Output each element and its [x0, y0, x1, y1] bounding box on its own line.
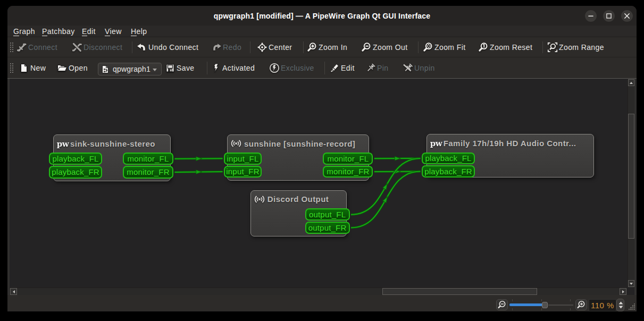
- new-button[interactable]: New: [19, 58, 46, 78]
- port-sink.playback_FL[interactable]: playback_FL: [49, 153, 102, 165]
- zoom-reset-button[interactable]: Zoom Reset: [479, 38, 532, 57]
- undo-connect-button[interactable]: Undo Connect: [137, 38, 198, 57]
- redo-icon: [212, 43, 221, 52]
- toolbar-grip-handle[interactable]: [10, 63, 14, 73]
- activated-button[interactable]: Activated: [211, 58, 255, 78]
- port-family.playback_FR[interactable]: playback_FR: [422, 165, 475, 178]
- menu-graph[interactable]: Graph: [13, 26, 35, 37]
- menu-help[interactable]: Help: [131, 26, 147, 37]
- vertical-scroll-thumb[interactable]: [628, 114, 634, 239]
- graph-canvas[interactable]: pwsink-sunshine-stereoplayback_FLplaybac…: [7, 78, 637, 295]
- patchbay-combobox[interactable]: qpwgraph1: [98, 63, 162, 75]
- port-family.playback_FL[interactable]: playback_FL: [422, 153, 475, 165]
- zoom-range-button[interactable]: Zoom Range: [548, 38, 604, 57]
- zoom-spin-buttons[interactable]: [616, 299, 624, 311]
- redo-button[interactable]: Redo: [212, 38, 241, 57]
- toolbar-grip-handle[interactable]: [10, 43, 14, 52]
- zoom-in-icon: [576, 300, 587, 310]
- toolbar-main: Connect Disconnect Undo Connect Redo Cen…: [7, 38, 637, 57]
- port-sunshine.input_FR[interactable]: input_FR: [224, 166, 262, 178]
- port-sunshine.input_FL[interactable]: input_FL: [224, 153, 262, 165]
- pin-button[interactable]: Pin: [366, 58, 388, 78]
- titlebar[interactable]: qpwgraph1 [modified] — A PipeWire Graph …: [7, 6, 637, 26]
- node-header: sunshine [sunshine-record]: [228, 135, 369, 152]
- connect-button[interactable]: Connect: [17, 38, 57, 57]
- toolbar-button-label: Disconnect: [83, 43, 122, 52]
- port-sink.playback_FR[interactable]: playback_FR: [49, 166, 102, 178]
- resize-grip[interactable]: [629, 303, 636, 311]
- node-title: sunshine [sunshine-record]: [244, 139, 355, 148]
- zoom-slider-handle[interactable]: [542, 302, 548, 308]
- new-file-icon: [19, 63, 28, 73]
- node-header: pwFamily 17h/19h HD Audio Contr...: [427, 134, 593, 151]
- cable-disconnect-icon: [72, 43, 81, 52]
- unpin-icon: [403, 63, 412, 73]
- menu-edit[interactable]: Edit: [82, 26, 96, 37]
- port-sink.monitor_FL[interactable]: monitor_FL: [123, 153, 173, 165]
- disconnect-button[interactable]: Disconnect: [72, 38, 122, 57]
- toolbar-button-label: Center: [269, 43, 292, 52]
- toolbar-button-label: Undo Connect: [148, 43, 198, 52]
- zoom-slider-filled: [509, 303, 542, 306]
- zoom-in-button[interactable]: Zoom In: [307, 38, 347, 57]
- toolbar-button-label: Unpin: [414, 64, 435, 72]
- horizontal-scroll-thumb[interactable]: [382, 288, 537, 295]
- open-button[interactable]: Open: [57, 58, 88, 78]
- zoom-fit-button[interactable]: Zoom Fit: [423, 38, 465, 57]
- zoom-slider[interactable]: [509, 299, 573, 310]
- close-button[interactable]: [621, 10, 633, 22]
- port-sunshine.monitor_FR[interactable]: monitor_FR: [323, 166, 373, 178]
- vertical-scrollbar[interactable]: [628, 79, 634, 288]
- edit-button[interactable]: Edit: [330, 58, 355, 78]
- slider-tick: [570, 308, 571, 310]
- scroll-right-button[interactable]: [620, 288, 626, 295]
- statusbar-zoom-in-button[interactable]: [575, 299, 587, 310]
- menu-patchbay[interactable]: Patchbay: [42, 26, 75, 37]
- statusbar-zoom-out-button[interactable]: [496, 299, 508, 310]
- open-folder-icon: [57, 63, 66, 73]
- port-discord.output_FL[interactable]: output_FL: [305, 208, 350, 221]
- slider-tick: [570, 299, 571, 301]
- toolbar-button-label: Zoom Reset: [490, 43, 532, 52]
- toolbar-button-label: Activated: [222, 64, 255, 72]
- center-button[interactable]: Center: [257, 38, 292, 57]
- zoom-spinbox[interactable]: 110 %: [589, 299, 616, 311]
- maximize-icon: [603, 10, 615, 22]
- maximize-button[interactable]: [603, 10, 615, 22]
- cable-connect-icon: [17, 43, 26, 52]
- node-title: sink-sunshine-stereo: [70, 139, 155, 148]
- port-discord.output_FR[interactable]: output_FR: [305, 222, 350, 234]
- exclusive-button[interactable]: Exclusive: [270, 58, 314, 78]
- node-header: pwsink-sunshine-stereo: [54, 135, 170, 152]
- canvas-viewport[interactable]: [10, 79, 634, 295]
- port-sink.monitor_FR[interactable]: monitor_FR: [123, 166, 173, 178]
- save-button[interactable]: Save: [165, 58, 195, 78]
- pipewire-icon: pw: [430, 138, 442, 148]
- slider-tick: [541, 308, 542, 310]
- zoom-out-button[interactable]: Zoom Out: [362, 38, 407, 57]
- toolbar-button-label: Zoom Out: [373, 43, 407, 52]
- node-title: Family 17h/19h HD Audio Contr...: [444, 139, 576, 148]
- svg-text:pw: pw: [430, 139, 442, 148]
- horizontal-scrollbar[interactable]: [10, 288, 627, 295]
- scroll-down-button[interactable]: [628, 280, 634, 287]
- menu-view[interactable]: View: [105, 26, 122, 37]
- toolbar-button-label: Zoom Range: [559, 43, 604, 52]
- close-icon: [621, 10, 633, 22]
- zoom-reset-icon: [479, 43, 488, 52]
- patchbay-combobox-value: qpwgraph1: [113, 65, 150, 73]
- scroll-up-button[interactable]: [628, 79, 634, 86]
- toolbar-separator: [542, 41, 543, 53]
- qpwgraph-window: qpwgraph1 [modified] — A PipeWire Graph …: [7, 6, 637, 311]
- zoom-fit-icon: [423, 43, 432, 52]
- port-sunshine.monitor_FL[interactable]: monitor_FL: [323, 153, 373, 165]
- toolbar-button-label: Save: [177, 64, 195, 72]
- center-icon: [257, 43, 266, 52]
- scroll-left-button[interactable]: [10, 288, 17, 295]
- toolbar-button-label: Zoom In: [319, 43, 347, 52]
- unpin-button[interactable]: Unpin: [403, 58, 435, 78]
- minimize-button[interactable]: [585, 10, 597, 22]
- pencil-icon: [330, 63, 339, 73]
- toolbar-button-label: Edit: [341, 64, 355, 72]
- zoom-out-icon: [362, 43, 371, 52]
